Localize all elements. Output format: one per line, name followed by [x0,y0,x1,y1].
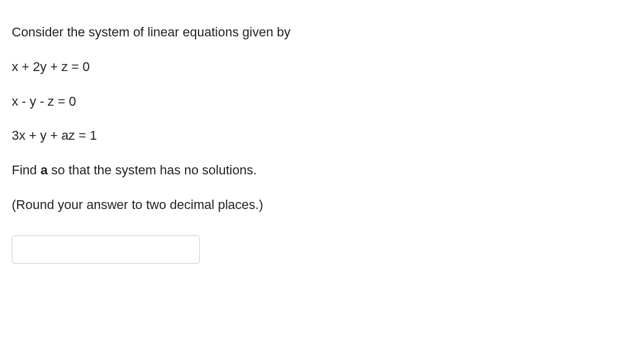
find-instruction: Find a so that the system has no solutio… [12,161,423,180]
equation-1: x + 2y + z = 0 [12,58,423,76]
equation-2: x - y - z = 0 [12,93,423,111]
answer-input[interactable] [12,235,200,264]
question-intro: Consider the system of linear equations … [12,23,423,42]
question-container: Consider the system of linear equations … [12,23,423,264]
find-prefix: Find [12,163,41,177]
equation-3: 3x + y + az = 1 [12,127,423,145]
round-note: (Round your answer to two decimal places… [12,196,423,214]
find-suffix: so that the system has no solutions. [48,163,257,177]
find-variable: a [41,163,48,177]
